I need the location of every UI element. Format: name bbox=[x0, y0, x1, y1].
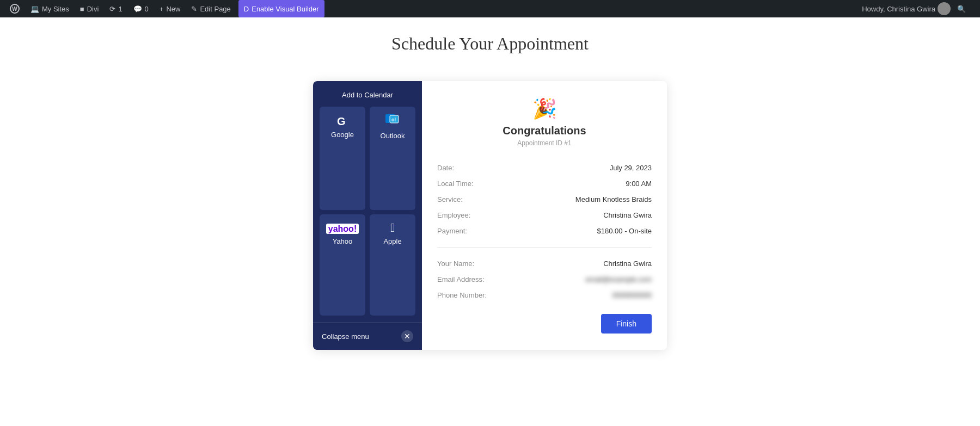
table-row: Payment: $180.00 - On-site bbox=[437, 223, 652, 239]
comments-count: 0 bbox=[145, 5, 149, 13]
wp-icon: W bbox=[10, 4, 20, 14]
party-emoji: 🎉 bbox=[437, 97, 652, 120]
wp-logo-item[interactable]: W bbox=[4, 0, 25, 17]
my-sites-item[interactable]: 💻 My Sites bbox=[25, 0, 75, 17]
revisions-icon: ⟳ bbox=[109, 5, 115, 13]
confirmation-panel: 🎉 Congratulations Appointment ID #1 Date… bbox=[422, 81, 667, 350]
enable-visual-label: Enable Visual Builder bbox=[252, 5, 318, 13]
admin-bar: W 💻 My Sites ■ Divi ⟳ 1 💬 0 + New ✎ Edit… bbox=[0, 0, 980, 17]
calendar-panel: Add to Calendar G Google bbox=[313, 81, 422, 350]
field-value: $180.00 - On-site bbox=[522, 223, 652, 239]
field-label: Service: bbox=[437, 192, 522, 207]
apple-label: Apple bbox=[383, 237, 401, 245]
field-label: Payment: bbox=[437, 223, 522, 239]
new-label: New bbox=[166, 5, 180, 13]
collapse-circle-icon: ✕ bbox=[401, 330, 413, 342]
finish-button[interactable]: Finish bbox=[601, 314, 652, 334]
table-row: Your Name: Christina Gwira bbox=[437, 256, 652, 271]
field-label: Date: bbox=[437, 160, 522, 176]
my-sites-label: My Sites bbox=[42, 5, 69, 13]
field-label: Phone Number: bbox=[437, 287, 522, 303]
comments-item[interactable]: 💬 0 bbox=[128, 0, 154, 17]
table-row: Employee: Christina Gwira bbox=[437, 207, 652, 223]
page-title: Schedule Your Appointment bbox=[11, 34, 969, 54]
field-value: Medium Knotless Braids bbox=[522, 192, 652, 207]
field-label: Email Address: bbox=[437, 271, 522, 287]
appointment-id: Appointment ID #1 bbox=[437, 139, 652, 147]
outlook-icon: ol bbox=[385, 114, 400, 128]
congrats-section: 🎉 Congratulations Appointment ID #1 bbox=[437, 97, 652, 147]
apple-calendar-button[interactable]:  Apple bbox=[370, 214, 415, 316]
google-label: Google bbox=[331, 131, 354, 139]
yahoo-label: Yahoo bbox=[333, 237, 353, 245]
edit-page-label: Edit Page bbox=[200, 5, 230, 13]
edit-icon: ✎ bbox=[191, 5, 197, 13]
yahoo-calendar-button[interactable]: yahoo! Yahoo bbox=[320, 214, 365, 316]
divi-item[interactable]: ■ Divi bbox=[75, 0, 105, 17]
outlook-calendar-button[interactable]: ol Outlook bbox=[370, 107, 415, 210]
avatar bbox=[938, 2, 951, 15]
outlook-label: Outlook bbox=[381, 132, 405, 140]
my-sites-icon: 💻 bbox=[30, 5, 39, 13]
new-item[interactable]: + New bbox=[154, 0, 186, 17]
appointment-widget: Add to Calendar G Google bbox=[313, 81, 667, 350]
revisions-count: 1 bbox=[118, 5, 122, 13]
divi-icon: ■ bbox=[80, 5, 84, 13]
field-value: 0000000000 bbox=[522, 287, 652, 303]
field-label: Employee: bbox=[437, 207, 522, 223]
table-divider-row bbox=[437, 239, 652, 256]
svg-text:ol: ol bbox=[391, 117, 396, 122]
details-table: Date: July 29, 2023 Local Time: 9:00 AM … bbox=[437, 160, 652, 303]
yahoo-icon: yahoo! bbox=[326, 222, 359, 234]
divi-label: Divi bbox=[87, 5, 99, 13]
finish-section: Finish bbox=[437, 314, 652, 334]
table-row: Local Time: 9:00 AM bbox=[437, 176, 652, 192]
divi-d-icon: D bbox=[244, 5, 249, 13]
plus-icon: + bbox=[160, 5, 164, 13]
field-value: Christina Gwira bbox=[522, 207, 652, 223]
calendar-buttons: G Google ol Outlook bbox=[313, 107, 422, 322]
table-row: Email Address: email@example.com bbox=[437, 271, 652, 287]
svg-text:G: G bbox=[337, 115, 346, 127]
search-icon[interactable]: 🔍 bbox=[953, 5, 970, 13]
google-icon: G bbox=[336, 114, 349, 127]
field-value: July 29, 2023 bbox=[522, 160, 652, 176]
calendar-panel-header: Add to Calendar bbox=[313, 81, 422, 107]
field-label: Local Time: bbox=[437, 176, 522, 192]
adminbar-right: Howdy, Christina Gwira 🔍 bbox=[856, 2, 976, 15]
table-row: Service: Medium Knotless Braids bbox=[437, 192, 652, 207]
field-value: email@example.com bbox=[522, 271, 652, 287]
apple-icon:  bbox=[390, 222, 395, 234]
enable-visual-item[interactable]: D Enable Visual Builder bbox=[238, 0, 324, 17]
comments-icon: 💬 bbox=[133, 5, 142, 13]
congrats-title: Congratulations bbox=[437, 125, 652, 137]
howdy-label: Howdy, Christina Gwira bbox=[862, 5, 935, 13]
field-label: Your Name: bbox=[437, 256, 522, 271]
field-value: 9:00 AM bbox=[522, 176, 652, 192]
collapse-menu-label: Collapse menu bbox=[322, 332, 369, 341]
table-row: Phone Number: 0000000000 bbox=[437, 287, 652, 303]
edit-page-item[interactable]: ✎ Edit Page bbox=[186, 0, 236, 17]
field-value: Christina Gwira bbox=[522, 256, 652, 271]
revisions-item[interactable]: ⟳ 1 bbox=[104, 0, 127, 17]
google-calendar-button[interactable]: G Google bbox=[320, 107, 365, 210]
page-content: Schedule Your Appointment Add to Calenda… bbox=[0, 17, 980, 426]
table-row: Date: July 29, 2023 bbox=[437, 160, 652, 176]
collapse-menu-button[interactable]: Collapse menu ✕ bbox=[313, 322, 422, 350]
